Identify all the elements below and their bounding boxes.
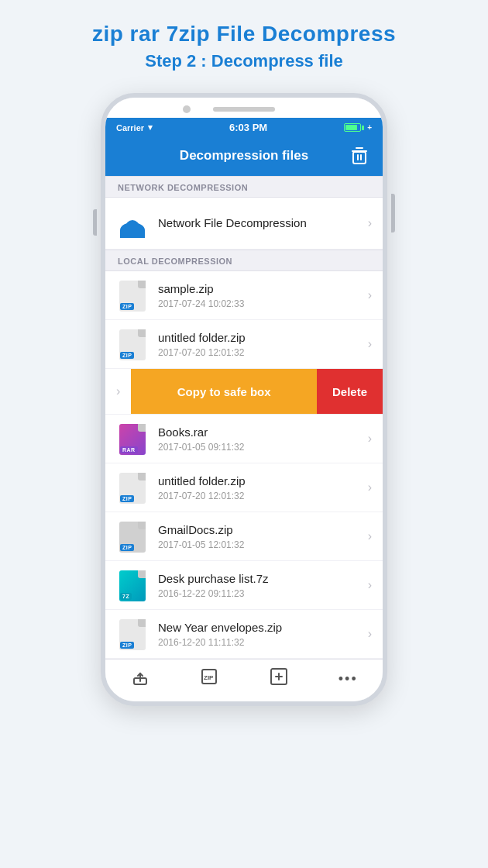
svg-rect-4	[360, 154, 362, 160]
network-item[interactable]: Network File Decompression ›	[105, 198, 383, 250]
bottom-toolbar: ZIP •••	[105, 659, 383, 701]
file-date-0: 2017-07-24 10:02:33	[158, 298, 363, 309]
toolbar-zip[interactable]: ZIP	[175, 667, 245, 691]
network-item-name: Network File Decompression	[158, 215, 363, 231]
svg-rect-2	[353, 152, 366, 164]
network-section-header: NETWORK DECOMPRESSION	[105, 176, 383, 198]
list-item[interactable]: ZIP New Year envelopes.zip 2016-12-20 11…	[105, 610, 383, 659]
battery-icon	[344, 123, 364, 132]
file-badge-zip-4: ZIP	[120, 544, 134, 551]
file-name-2: Books.rar	[158, 425, 363, 440]
phone-side-button-right	[391, 194, 395, 232]
list-item[interactable]: 7Z Desk purchase list.7z 2016-12-22 09:1…	[105, 561, 383, 610]
list-item[interactable]: ZIP GmailDocs.zip 2017-01-05 12:01:32 ›	[105, 512, 383, 561]
phone-side-button-left	[93, 209, 97, 236]
file-icon-2: RAR	[116, 422, 149, 455]
file-icon-4: ZIP	[116, 520, 149, 553]
status-left: Carrier ▾	[116, 122, 153, 133]
phone-container: Carrier ▾ 6:03 PM + Decompression files	[101, 85, 387, 706]
local-section-header: LOCAL DECOMPRESSION	[105, 250, 383, 271]
battery-body	[344, 123, 361, 132]
list-item[interactable]: ZIP sample.zip 2017-07-24 10:02:33 ›	[105, 271, 383, 320]
app-header: zip rar 7zip File Decompress Step 2 : De…	[0, 0, 488, 85]
svg-rect-1	[356, 147, 363, 149]
chevron-6: ›	[368, 627, 372, 641]
file-name-1: untitled folder.zip	[158, 330, 363, 346]
chevron-1: ›	[368, 337, 372, 351]
file-icon-3: ZIP	[116, 471, 149, 504]
list-item-content-4: GmailDocs.zip 2017-01-05 12:01:32	[158, 522, 363, 550]
nav-bar: Decompression files	[105, 137, 383, 176]
app-title: zip rar 7zip File Decompress	[15, 22, 473, 46]
file-icon-0: ZIP	[116, 279, 149, 312]
copy-to-safe-box-button[interactable]: Copy to safe box	[131, 369, 317, 414]
list-item-content-2: Books.rar 2017-01-05 09:11:32	[158, 425, 363, 453]
file-name-6: New Year envelopes.zip	[158, 620, 363, 636]
zip-icon: ZIP	[200, 667, 218, 691]
toolbar-share[interactable]	[105, 667, 175, 691]
trash-icon[interactable]	[349, 145, 370, 167]
list-item[interactable]: RAR Books.rar 2017-01-05 09:11:32 ›	[105, 415, 383, 463]
file-badge-zip-6: ZIP	[120, 642, 134, 649]
front-camera	[183, 105, 191, 113]
toolbar-more[interactable]: •••	[314, 671, 383, 687]
file-icon-5: 7Z	[116, 569, 149, 601]
nav-title: Decompression files	[139, 148, 349, 164]
svg-rect-9	[120, 230, 145, 238]
chevron-2: ›	[368, 432, 372, 446]
file-name-0: sample.zip	[158, 281, 363, 297]
chevron-4: ›	[368, 529, 372, 543]
file-icon-1: ZIP	[116, 328, 149, 360]
list-item-content-0: sample.zip 2017-07-24 10:02:33	[158, 281, 363, 309]
carrier-label: Carrier	[116, 123, 144, 133]
file-date-3: 2017-07-20 12:01:32	[158, 491, 363, 501]
file-badge-zip-3: ZIP	[120, 495, 134, 502]
svg-rect-3	[357, 154, 359, 160]
chevron-0: ›	[368, 288, 372, 302]
battery-tip	[362, 126, 364, 130]
app-subtitle: Step 2 : Decompress file	[15, 51, 473, 71]
file-badge-zip-1: ZIP	[120, 352, 134, 359]
swipe-action-row[interactable]: › Copy to safe box Delete	[105, 369, 383, 415]
file-name-4: GmailDocs.zip	[158, 522, 363, 538]
list-item[interactable]: ZIP untitled folder.zip 2017-07-20 12:01…	[105, 463, 383, 512]
file-badge-rar: RAR	[120, 446, 138, 453]
file-date-2: 2017-01-05 09:11:32	[158, 442, 363, 453]
list-item-content-1: untitled folder.zip 2017-07-20 12:01:32	[158, 330, 363, 358]
phone-top	[105, 98, 383, 118]
toolbar-extract[interactable]	[244, 667, 314, 691]
list-item[interactable]: ZIP untitled folder.zip 2017-07-20 12:01…	[105, 320, 383, 369]
delete-button[interactable]: Delete	[317, 369, 383, 414]
cloud-icon	[116, 207, 149, 239]
list-item-content-3: untitled folder.zip 2017-07-20 12:01:32	[158, 474, 363, 501]
wifi-icon: ▾	[148, 122, 153, 133]
battery-plus: +	[367, 123, 372, 132]
status-time: 6:03 PM	[229, 122, 267, 133]
swipe-chevron: ›	[105, 377, 131, 406]
chevron-3: ›	[368, 480, 372, 494]
file-date-4: 2017-01-05 12:01:32	[158, 539, 363, 550]
status-right: +	[344, 123, 372, 132]
file-badge-zip: ZIP	[120, 303, 134, 310]
phone-frame: Carrier ▾ 6:03 PM + Decompression files	[101, 93, 387, 706]
file-badge-7z: 7Z	[120, 593, 132, 600]
svg-text:ZIP: ZIP	[204, 674, 214, 681]
file-name-3: untitled folder.zip	[158, 474, 363, 489]
file-icon-6: ZIP	[116, 618, 149, 650]
list-item-content-5: Desk purchase list.7z 2016-12-22 09:11:2…	[158, 571, 363, 599]
file-date-6: 2016-12-20 11:11:32	[158, 637, 363, 648]
file-date-5: 2016-12-22 09:11:23	[158, 588, 363, 599]
extract-icon	[270, 667, 288, 691]
phone-speaker	[213, 107, 275, 112]
file-name-5: Desk purchase list.7z	[158, 571, 363, 587]
status-bar: Carrier ▾ 6:03 PM +	[105, 118, 383, 137]
more-icon: •••	[339, 671, 358, 687]
chevron-5: ›	[368, 578, 372, 592]
list-item-content-6: New Year envelopes.zip 2016-12-20 11:11:…	[158, 620, 363, 648]
file-date-1: 2017-07-20 12:01:32	[158, 347, 363, 358]
share-icon	[131, 667, 149, 691]
network-item-chevron: ›	[368, 216, 372, 230]
battery-fill	[345, 125, 357, 130]
network-item-content: Network File Decompression	[158, 215, 363, 231]
swipe-actions: Copy to safe box Delete	[131, 369, 383, 414]
